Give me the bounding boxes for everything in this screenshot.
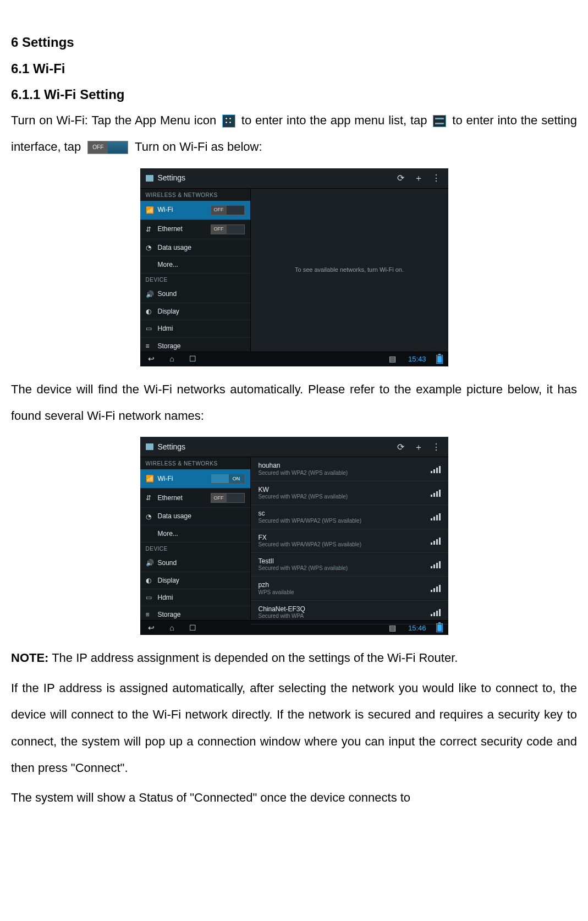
paragraph-ip-auto: If the IP address is assigned automatica… (11, 675, 577, 782)
back-icon[interactable]: ↩ (146, 623, 157, 633)
sidebar-item-sound[interactable]: 🔊 Sound (140, 555, 250, 572)
sidebar-item-label: Storage (158, 342, 181, 350)
network-security: Secured with WPA2 (WPS available) (259, 565, 425, 572)
battery-status-icon (436, 623, 443, 632)
sidebar-item-label: Storage (158, 611, 181, 618)
wifi-toggle[interactable]: ON (211, 474, 245, 484)
sidebar-item-wifi[interactable]: 📶 Wi-Fi OFF (140, 201, 250, 220)
sidebar-item-label: Wi-Fi (158, 475, 173, 483)
sidebar-item-storage[interactable]: ≡ Storage (140, 338, 250, 352)
sidebar-item-data-usage[interactable]: ◔ Data usage (140, 239, 250, 256)
ethernet-toggle[interactable]: OFF (211, 493, 245, 503)
clock: 15:43 (408, 355, 426, 364)
toggle-knob (227, 225, 244, 234)
network-name: ChinaNet-EF3Q (259, 605, 425, 613)
display-icon: ◐ (146, 308, 153, 315)
ethernet-icon: ⇵ (146, 494, 153, 502)
screenshot-wifi-off: Settings ⟳ ＋ ⋮ WIRELESS & NETWORKS 📶 Wi-… (140, 168, 448, 366)
sidebar-item-label: Sound (158, 290, 177, 298)
recents-icon[interactable]: ☐ (188, 354, 199, 364)
refresh-icon[interactable]: ⟳ (394, 440, 408, 453)
paragraph-auto-find: The device will find the Wi-Fi networks … (11, 376, 577, 430)
settings-icon (433, 115, 446, 127)
sound-icon: 🔊 (146, 290, 153, 298)
section-device: DEVICE (140, 542, 250, 555)
sidebar-item-label: More... (158, 261, 178, 268)
sidebar: WIRELESS & NETWORKS 📶 Wi-Fi OFF ⇵ Ethern… (140, 189, 251, 352)
sidebar-item-display[interactable]: ◐ Display (140, 572, 250, 589)
section-device: DEVICE (140, 273, 250, 286)
recents-icon[interactable]: ☐ (188, 623, 199, 633)
refresh-icon[interactable]: ⟳ (394, 172, 408, 185)
add-icon[interactable]: ＋ (412, 440, 425, 453)
sidebar-item-display[interactable]: ◐ Display (140, 303, 250, 320)
home-icon[interactable]: ⌂ (167, 623, 178, 633)
network-security: Secured with WPA/WPA2 (WPS available) (259, 541, 425, 548)
toggle-label: ON (229, 474, 244, 483)
section-wireless: WIRELESS & NETWORKS (140, 457, 250, 469)
network-row[interactable]: KWSecured with WPA2 (WPS available) (251, 481, 448, 505)
sidebar-item-hdmi[interactable]: ▭ Hdmi (140, 589, 250, 606)
storage-icon: ≡ (146, 611, 153, 618)
instruction-text-a: Turn on Wi-Fi: Tap the App Menu icon (11, 113, 216, 127)
wifi-toggle[interactable]: OFF (211, 205, 245, 215)
heading-wifi-setting: 6.1.1 Wi-Fi Setting (11, 85, 577, 104)
sidebar-item-label: Display (158, 308, 179, 315)
overflow-icon[interactable]: ⋮ (430, 440, 443, 453)
sidebar: WIRELESS & NETWORKS 📶 Wi-Fi ON ⇵ Etherne… (140, 457, 251, 620)
sidebar-item-ethernet[interactable]: ⇵ Ethernet OFF (140, 220, 250, 239)
sidebar-item-label: Hdmi (158, 325, 173, 332)
signal-icon (431, 513, 441, 520)
toggle-label: OFF (211, 206, 227, 215)
network-row[interactable]: ChinaNet-EF3QSecured with WPA (251, 601, 448, 624)
network-row[interactable]: pzhWPS available (251, 577, 448, 600)
sidebar-item-storage[interactable]: ≡ Storage (140, 606, 250, 620)
heading-wifi: 6.1 Wi-Fi (11, 59, 577, 78)
add-icon[interactable]: ＋ (412, 172, 425, 185)
note-text: The IP address assignment is depended on… (48, 651, 458, 665)
network-name: sc (259, 509, 425, 517)
toggle-knob (211, 474, 229, 483)
signal-icon (431, 489, 441, 497)
home-icon[interactable]: ⌂ (167, 354, 178, 364)
sidebar-item-more[interactable]: More... (140, 256, 250, 273)
signal-icon (431, 561, 441, 568)
sidebar-item-label: Hdmi (158, 594, 173, 601)
sidebar-item-sound[interactable]: 🔊 Sound (140, 286, 250, 303)
display-icon: ◐ (146, 577, 153, 584)
signal-icon (431, 537, 441, 545)
sound-icon: 🔊 (146, 559, 153, 567)
sidebar-item-label: Ethernet (158, 225, 183, 233)
back-icon[interactable]: ↩ (146, 354, 157, 364)
sidebar-item-wifi[interactable]: 📶 Wi-Fi ON (140, 469, 250, 489)
sidebar-item-label: Wi-Fi (158, 206, 173, 213)
sidebar-item-data-usage[interactable]: ◔ Data usage (140, 508, 250, 525)
screenshot-title: Settings (158, 173, 186, 183)
ethernet-toggle[interactable]: OFF (211, 224, 245, 234)
blank-icon (146, 261, 153, 268)
toggle-label: OFF (211, 494, 227, 502)
sidebar-item-hdmi[interactable]: ▭ Hdmi (140, 320, 250, 337)
ethernet-icon: ⇵ (146, 226, 153, 233)
overflow-icon[interactable]: ⋮ (430, 172, 443, 185)
network-name: houhan (259, 462, 425, 469)
screenshot-title: Settings (158, 442, 186, 452)
network-name: pzh (259, 581, 425, 589)
network-row[interactable]: FXSecured with WPA/WPA2 (WPS available) (251, 529, 448, 553)
network-list: houhanSecured with WPA2 (WPS available)K… (251, 457, 448, 620)
sd-icon: ▤ (387, 354, 398, 364)
hdmi-icon: ▭ (146, 325, 153, 332)
network-security: Secured with WPA (259, 613, 425, 620)
screenshot-topbar: Settings ⟳ ＋ ⋮ (140, 168, 448, 189)
screenshot-wifi-on: Settings ⟳ ＋ ⋮ WIRELESS & NETWORKS 📶 Wi-… (140, 437, 448, 635)
sidebar-item-label: Display (158, 577, 179, 584)
network-row[interactable]: scSecured with WPA/WPA2 (WPS available) (251, 505, 448, 529)
sidebar-item-more[interactable]: More... (140, 525, 250, 542)
instruction-text-b: to enter into the app menu list, tap (241, 113, 427, 127)
sidebar-item-ethernet[interactable]: ⇵ Ethernet OFF (140, 489, 250, 508)
network-row[interactable]: houhanSecured with WPA2 (WPS available) (251, 457, 448, 481)
battery-status-icon (436, 355, 443, 364)
content-panel: To see available networks, turn Wi-Fi on… (251, 189, 448, 352)
toggle-knob (227, 206, 244, 215)
network-row[interactable]: TestIISecured with WPA2 (WPS available) (251, 553, 448, 577)
